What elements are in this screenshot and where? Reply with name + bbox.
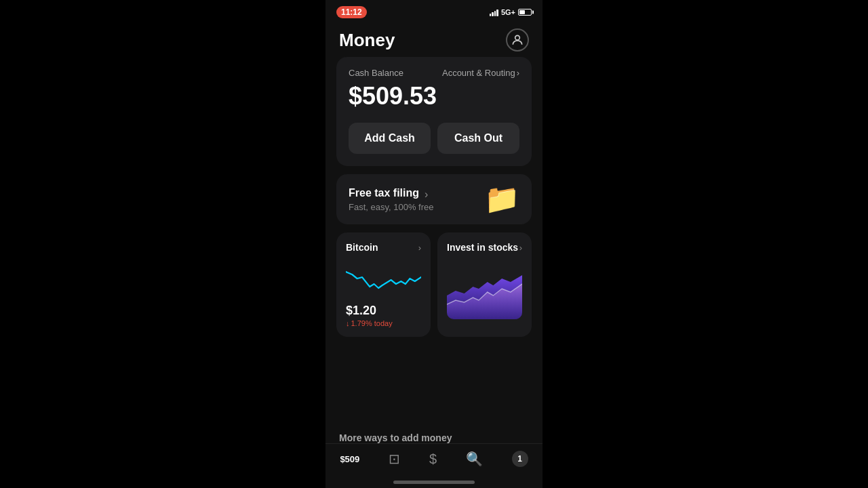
avatar-button[interactable]: [506, 28, 529, 52]
folder-icon: 📁: [484, 185, 519, 214]
cash-out-button[interactable]: Cash Out: [437, 123, 519, 154]
notification-badge: 1: [512, 451, 528, 467]
signal-icon: [490, 8, 498, 16]
tax-title: Free tax filing: [349, 187, 419, 199]
status-right: 5G+: [490, 8, 532, 16]
btc-title-row: Bitcoin ›: [346, 242, 421, 253]
home-icon: ⊡: [389, 451, 400, 467]
main-content: Cash Balance Account & Routing › $509.53…: [326, 57, 542, 426]
nav-item-notification[interactable]: 1: [512, 451, 528, 467]
battery-icon: [518, 9, 532, 16]
nav-item-balance[interactable]: $509: [340, 454, 359, 464]
more-ways-label: More ways to add money: [326, 426, 542, 443]
btc-chart: [346, 258, 421, 296]
status-bar: 11:12 5G+: [326, 0, 542, 22]
nav-item-home[interactable]: ⊡: [389, 451, 400, 467]
btc-change: ↓ 1.79% today: [346, 319, 421, 327]
tax-subtitle: Fast, easy, 100% free: [349, 202, 484, 212]
home-indicator: [393, 481, 475, 484]
stocks-title-row: Invest in stocks ›: [447, 242, 522, 253]
page-title: Money: [339, 30, 395, 51]
status-time: 11:12: [336, 6, 367, 18]
cash-balance-card: Cash Balance Account & Routing › $509.53…: [336, 57, 532, 166]
phone-frame: 11:12 5G+ Money Cash: [326, 0, 542, 488]
down-arrow-icon: ↓: [346, 319, 350, 327]
network-label: 5G+: [501, 8, 515, 16]
stocks-chevron-icon: ›: [519, 243, 522, 253]
tax-info: Free tax filing › Fast, easy, 100% free: [349, 187, 484, 212]
investment-cards: Bitcoin › $1.20 ↓ 1.79% today Invest in …: [336, 232, 532, 337]
page-header: Money: [326, 22, 542, 57]
btc-title: Bitcoin: [346, 242, 378, 253]
tax-filing-card[interactable]: Free tax filing › Fast, easy, 100% free …: [336, 174, 532, 224]
dollar-icon: $: [429, 451, 437, 467]
cash-balance-label: Cash Balance: [349, 68, 403, 78]
cash-card-header: Cash Balance Account & Routing ›: [349, 68, 519, 78]
svg-point-0: [515, 35, 520, 40]
nav-balance-value: $509: [340, 454, 359, 464]
bottom-navigation: $509 ⊡ $ 🔍 1: [326, 443, 542, 478]
btc-chevron-icon: ›: [418, 243, 421, 253]
stocks-chart: [447, 258, 522, 319]
add-cash-button[interactable]: Add Cash: [349, 123, 431, 154]
bitcoin-card[interactable]: Bitcoin › $1.20 ↓ 1.79% today: [336, 232, 431, 337]
nav-item-dollar[interactable]: $: [429, 451, 437, 467]
chevron-right-icon: ›: [517, 68, 519, 78]
stocks-title: Invest in stocks: [447, 242, 518, 253]
balance-amount: $509.53: [349, 82, 519, 110]
tax-chevron-icon: ›: [425, 188, 428, 201]
btc-value: $1.20: [346, 304, 421, 318]
stocks-card[interactable]: Invest in stocks ›: [437, 232, 532, 337]
nav-item-search[interactable]: 🔍: [466, 451, 483, 467]
search-icon: 🔍: [466, 451, 483, 467]
action-buttons: Add Cash Cash Out: [349, 123, 519, 154]
account-routing-link[interactable]: Account & Routing ›: [442, 68, 519, 78]
